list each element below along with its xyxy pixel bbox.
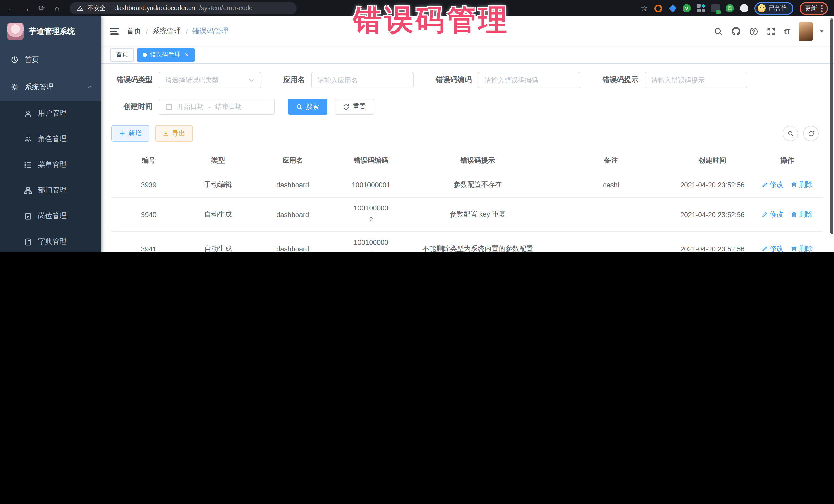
sidebar-item-role[interactable]: 角色管理 [0, 126, 101, 152]
extension-icon[interactable]: V [683, 4, 691, 12]
error-hint-label: 错误码提示 [597, 75, 638, 85]
toggle-search-button[interactable] [783, 126, 798, 141]
cell-message: 参数配置不存在 [407, 178, 549, 192]
breadcrumb-item[interactable]: 系统管理 [152, 27, 181, 36]
cell-message: 参数配置 key 重复 [407, 208, 549, 221]
extension-icon[interactable]: on [711, 4, 720, 12]
avatar-caret-down-icon[interactable] [819, 28, 825, 35]
bookmark-star-icon[interactable]: ☆ [640, 4, 648, 12]
cell-code: 100100000 3 [335, 235, 407, 252]
help-icon[interactable] [749, 27, 758, 36]
breadcrumb: 首页/系统管理/错误码管理 [127, 27, 228, 36]
table-row: 3940自动生成dashboard100100000 2参数配置 key 重复2… [111, 198, 823, 232]
cell-type: 手动编辑 [186, 178, 250, 192]
cell-time: 2021-04-20 23:52:56 [673, 179, 752, 191]
edit-link[interactable]: 修改 [761, 244, 784, 252]
error-code-input[interactable] [478, 72, 580, 88]
extensions-puzzle-icon[interactable] [740, 4, 748, 12]
browser-home-icon[interactable]: ⌂ [52, 4, 62, 13]
table-body: 3939手动编辑dashboard1001000001参数配置不存在ceshi2… [111, 172, 823, 252]
font-size-icon[interactable]: tT [784, 27, 790, 36]
sidebar-item-dept[interactable]: 部门管理 [0, 178, 101, 203]
browser-forward-icon[interactable]: → [22, 4, 31, 13]
cell-actions: 修改删除 [752, 208, 823, 221]
breadcrumb-separator: / [186, 27, 188, 36]
tab-active[interactable]: 错误码管理× [137, 48, 194, 61]
calendar-icon [165, 103, 172, 110]
add-button[interactable]: 新增 [111, 125, 149, 141]
github-icon[interactable] [731, 27, 741, 36]
fullscreen-icon[interactable] [767, 27, 775, 36]
error-hint-input[interactable] [644, 72, 747, 88]
edit-link[interactable]: 修改 [761, 180, 784, 190]
date-range-picker[interactable]: 开始日期 - 结束日期 [159, 98, 275, 115]
scrollbar[interactable] [830, 17, 834, 252]
column-header: 创建时间 [673, 154, 752, 167]
tab-close-icon[interactable]: × [185, 51, 189, 58]
tab-label: 首页 [116, 50, 128, 59]
delete-link[interactable]: 删除 [791, 210, 813, 219]
update-label: 更新 [805, 4, 817, 13]
sidebar-item-dict[interactable]: 字典管理 [0, 229, 101, 252]
extension-icon[interactable] [697, 4, 705, 12]
column-header: 操作 [752, 154, 823, 167]
sidebar-item-home[interactable]: 首页 [0, 46, 101, 73]
sidebar-item-user[interactable]: 用户管理 [0, 101, 101, 126]
extension-icon[interactable]: ⚿ [726, 4, 734, 12]
sidebar-item-label: 系统管理 [25, 82, 53, 92]
logo-image [7, 23, 24, 40]
gear-icon [11, 83, 19, 91]
user-avatar[interactable] [798, 22, 813, 41]
search-button[interactable]: 搜索 [288, 98, 327, 115]
reset-button[interactable]: 重置 [335, 98, 374, 115]
browser-back-icon[interactable]: ← [6, 4, 15, 13]
user-icon [24, 110, 32, 117]
tab-item[interactable]: 首页 [110, 48, 134, 61]
export-button[interactable]: 导出 [155, 125, 193, 141]
cell-message: 不能删除类型为系统内置的参数配置 [407, 242, 549, 252]
cell-memo [549, 213, 673, 217]
browser-update-badge[interactable]: 更新 [799, 2, 828, 15]
create-time-label: 创建时间 [111, 102, 152, 111]
sidebar-item-label: 首页 [25, 55, 39, 64]
delete-link[interactable]: 删除 [791, 244, 813, 252]
header-search-icon[interactable] [714, 27, 723, 36]
profile-paused-badge[interactable]: 已暂停 [754, 2, 793, 15]
browser-menu-kebab-icon[interactable] [821, 5, 823, 12]
refresh-table-button[interactable] [803, 126, 819, 141]
error-code-table: 编号类型应用名错误码编码错误码提示备注创建时间操作 3939手动编辑dashbo… [111, 149, 823, 252]
cell-time: 2021-04-20 23:52:56 [673, 209, 752, 220]
app-logo[interactable]: 芋道管理系统 [0, 17, 101, 46]
sidebar-item-label: 菜单管理 [38, 160, 67, 169]
edit-link[interactable]: 修改 [761, 210, 784, 219]
filter-form-row-1: 错误码类型 请选择错误码类型 应用名 错误码编码 [111, 72, 823, 88]
post-icon [24, 212, 32, 220]
app-name-input[interactable] [311, 72, 414, 88]
extension-icon[interactable] [654, 4, 662, 12]
delete-link[interactable]: 删除 [791, 180, 813, 190]
sidebar-toggle-icon[interactable] [110, 28, 118, 35]
table-toolbar: 新增 导出 [111, 125, 823, 141]
column-header: 错误码编码 [335, 154, 407, 167]
column-header: 错误码提示 [407, 154, 549, 167]
cell-app: dashboard [250, 243, 336, 252]
app-title: 芋道管理系统 [29, 26, 75, 36]
sidebar: 芋道管理系统 首页系统管理用户管理角色管理菜单管理部门管理岗位管理字典管理通知公… [0, 17, 101, 252]
start-date-placeholder: 开始日期 [177, 102, 204, 111]
browser-reload-icon[interactable]: ⟳ [37, 4, 46, 13]
breadcrumb-item[interactable]: 首页 [127, 27, 141, 36]
error-type-select[interactable]: 请选择错误码类型 [159, 72, 261, 88]
sidebar-item-post[interactable]: 岗位管理 [0, 203, 101, 229]
column-header: 类型 [186, 154, 250, 167]
cell-code: 100100000 2 [335, 201, 407, 228]
breadcrumb-item: 错误码管理 [193, 27, 228, 36]
address-bar[interactable]: 不安全 dashboard.yudao.iocoder.cn/system/er… [70, 2, 297, 14]
sidebar-item-gear[interactable]: 系统管理 [0, 73, 101, 101]
tags-view-bar: 首页错误码管理× [101, 46, 834, 64]
extension-icon[interactable] [668, 4, 676, 12]
cell-memo [549, 247, 673, 251]
scrollbar-thumb[interactable] [830, 19, 833, 234]
sidebar-item-menu[interactable]: 菜单管理 [0, 152, 101, 178]
app-name-label: 应用名 [278, 75, 305, 85]
sidebar-item-label: 用户管理 [38, 109, 67, 118]
